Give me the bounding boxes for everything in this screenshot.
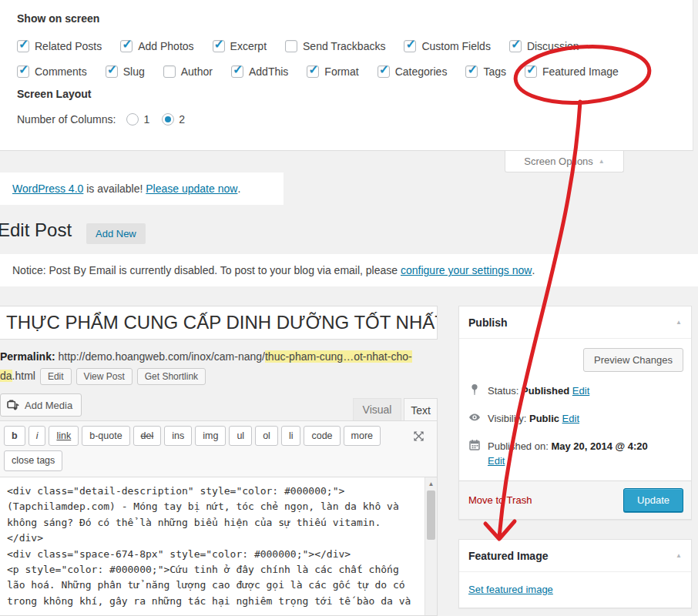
quicktags-toolbar: bilinkb-quotedelinsimgulollicodemore (0, 421, 437, 446)
checkbox-discussion[interactable] (509, 40, 522, 52)
screen-option-author[interactable]: Author (163, 65, 213, 78)
visibility-edit-link[interactable]: Edit (562, 413, 579, 424)
screen-option-excerpt[interactable]: Excerpt (213, 40, 267, 52)
screen-options-row-1: Related PostsAdd PhotosExcerptSend Track… (17, 40, 579, 52)
screen-option-categories[interactable]: Categories (378, 65, 448, 78)
permalink-buttons: EditView PostGet Shortlink (35, 370, 206, 382)
screen-options-tab[interactable]: Screen Options ▲ (505, 151, 624, 172)
published-label: Published on: (488, 440, 549, 452)
editor-scrollbar[interactable]: ▲ (425, 477, 437, 615)
columns-row: Number of Columns: 12 (17, 113, 185, 126)
radio-label: 1 (143, 113, 149, 126)
quicktag-code-button[interactable]: code (304, 426, 340, 446)
checkbox-label: Author (181, 65, 213, 78)
visibility-value: Public (529, 413, 559, 424)
notice-text: Notice: Post By Email is currently disab… (12, 264, 401, 276)
update-nag-suffix: . (237, 182, 240, 195)
screen-option-slug[interactable]: Slug (106, 65, 145, 78)
radio-2[interactable] (162, 113, 174, 126)
set-featured-image-link[interactable]: Set featured image (468, 584, 553, 595)
code-line: </div> (7, 531, 417, 546)
checkbox-addthis[interactable] (231, 65, 243, 78)
checkbox-custom-fields[interactable] (404, 40, 416, 52)
checkbox-label: Discussion (527, 40, 579, 52)
screen-option-send-trackbacks[interactable]: Send Trackbacks (285, 40, 385, 52)
publish-header[interactable]: Publish ▲ (459, 306, 691, 339)
published-edit-link[interactable]: Edit (488, 455, 505, 467)
checkbox-label: Tags (483, 65, 506, 78)
checkbox-featured-image[interactable] (525, 65, 537, 78)
checkbox-slug[interactable] (106, 65, 118, 78)
checkbox-label: Excerpt (230, 40, 267, 52)
quicktag-more-button[interactable]: more (344, 426, 381, 446)
checkbox-format[interactable] (307, 65, 319, 78)
annotation-arrowhead (485, 521, 515, 539)
collapse-triangle-icon[interactable]: ▲ (676, 320, 682, 326)
quicktag-ins-button[interactable]: ins (164, 426, 192, 446)
visibility-row: Visibility: Public Edit (459, 404, 691, 432)
checkbox-tags[interactable] (465, 65, 478, 78)
screen-option-custom-fields[interactable]: Custom Fields (404, 40, 490, 52)
wordpress-version-link[interactable]: WordPress 4.0 (12, 182, 83, 195)
columns-option-2[interactable]: 2 (162, 113, 185, 126)
update-nag-text: is available! (83, 182, 146, 195)
screen-option-format[interactable]: Format (307, 65, 358, 78)
post-content-textarea[interactable]: <div class="detail-description" style="c… (0, 477, 437, 615)
tab-visual[interactable]: Visual (353, 398, 401, 421)
get-shortlink-button[interactable]: Get Shortlink (137, 368, 206, 385)
quicktag-b-button[interactable]: b (4, 426, 25, 446)
featured-image-header[interactable]: Featured Image ▲ (459, 540, 691, 572)
screen-option-comments[interactable]: Comments (17, 65, 87, 78)
post-by-email-notice: Notice: Post By Email is currently disab… (0, 254, 698, 286)
code-line: không sáng? Đó có thể là những biểu hiện… (7, 515, 417, 531)
fullscreen-icon[interactable] (413, 430, 425, 442)
checkbox-excerpt[interactable] (213, 40, 225, 52)
view-post-button[interactable]: View Post (76, 368, 133, 385)
scrollbar-thumb[interactable] (427, 490, 435, 540)
screen-option-related-posts[interactable]: Related Posts (17, 40, 102, 52)
screen-option-add-photos[interactable]: Add Photos (120, 40, 193, 52)
quicktag-ul-button[interactable]: ul (229, 426, 252, 446)
quicktag-link-button[interactable]: link (49, 426, 79, 446)
screen-option-featured-image[interactable]: Featured Image (525, 65, 619, 78)
pin-icon (468, 383, 481, 396)
screen-option-tags[interactable]: Tags (465, 65, 506, 78)
show-on-screen-heading: Show on screen (17, 12, 99, 25)
checkbox-comments[interactable] (17, 65, 29, 78)
checkbox-related-posts[interactable] (17, 40, 29, 52)
add-new-button[interactable]: Add New (86, 223, 146, 244)
close-tags-button[interactable]: close tags (4, 450, 62, 470)
checkbox-categories[interactable] (378, 65, 390, 78)
checkbox-author[interactable] (163, 65, 176, 78)
quicktag-li-button[interactable]: li (281, 426, 301, 446)
visibility-label: Visibility: (488, 413, 526, 424)
post-title-input[interactable]: THỰC PHẨM CUNG CẤP DINH DƯỠNG TỐT NHẤT (0, 306, 438, 340)
status-edit-link[interactable]: Edit (572, 385, 589, 397)
checkbox-label: Categories (395, 65, 448, 78)
collapse-triangle-icon[interactable]: ▲ (676, 553, 682, 559)
edit-button[interactable]: Edit (40, 368, 72, 385)
columns-option-1[interactable]: 1 (126, 113, 149, 126)
checkbox-add-photos[interactable] (120, 40, 133, 52)
checkbox-label: Send Trackbacks (303, 40, 385, 52)
configure-settings-link[interactable]: configure your settings now (401, 264, 532, 276)
quicktag-ol-button[interactable]: ol (255, 426, 278, 446)
tab-text[interactable]: Text (404, 398, 438, 421)
quicktag-img-button[interactable]: img (195, 426, 226, 446)
update-button[interactable]: Update (623, 488, 683, 512)
add-media-button[interactable]: Add Media (0, 393, 82, 417)
quicktag-b-quote-button[interactable]: b-quote (82, 426, 129, 446)
permalink-row: Permalink: http://demo.hoangweb.com/inox… (0, 347, 436, 386)
screen-option-discussion[interactable]: Discussion (509, 40, 579, 52)
quicktag-i-button[interactable]: i (29, 426, 46, 446)
screen-option-addthis[interactable]: AddThis (231, 65, 288, 78)
radio-label: 2 (179, 113, 185, 126)
checkbox-send-trackbacks[interactable] (285, 40, 297, 52)
move-to-trash-link[interactable]: Move to Trash (468, 494, 532, 506)
scrollbar-up-arrow-icon[interactable]: ▲ (425, 477, 437, 490)
update-now-link[interactable]: Please update now (146, 182, 237, 195)
radio-1[interactable] (126, 113, 139, 126)
preview-changes-button[interactable]: Preview Changes (583, 348, 683, 372)
checkbox-label: Featured Image (542, 65, 619, 78)
quicktag-del-button[interactable]: del (133, 426, 162, 446)
